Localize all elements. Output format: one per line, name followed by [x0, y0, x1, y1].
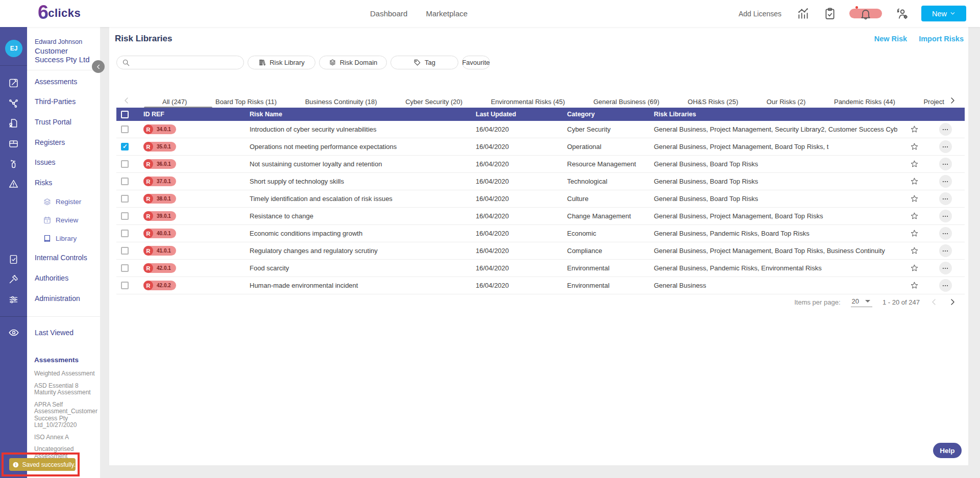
- last-viewed-entry[interactable]: APRA Self Assessment_Customer Success Pt…: [34, 401, 98, 429]
- tab[interactable]: Business Continuity (18): [305, 95, 377, 108]
- sidebar-item[interactable]: Third-Parties: [27, 92, 100, 112]
- tab[interactable]: Cyber Security (20): [405, 95, 462, 108]
- sidebar-item[interactable]: Authorities: [27, 268, 100, 288]
- search-input[interactable]: [133, 57, 240, 68]
- user-block[interactable]: Edward Johnson Customer Success Pty Ltd: [27, 27, 100, 64]
- rail-nav-icon[interactable]: [0, 231, 27, 249]
- rail-nav-icon[interactable]: [0, 134, 27, 154]
- sidebar-item[interactable]: Internal Controls: [27, 248, 100, 268]
- avatar[interactable]: EJ: [5, 40, 22, 57]
- risk-name-cell[interactable]: Human-made environmental incident: [250, 282, 476, 289]
- analytics-icon[interactable]: [796, 7, 810, 20]
- risk-name-cell[interactable]: Not sustaining customer loyalty and rete…: [250, 160, 476, 168]
- sidebar-item[interactable]: Register: [27, 193, 100, 211]
- last-viewed-entry[interactable]: Uncategorised Assessment: [34, 446, 98, 460]
- rail-nav-icon[interactable]: [0, 154, 27, 174]
- favourite-star-button[interactable]: [908, 175, 920, 188]
- last-viewed-eye-icon[interactable]: [0, 322, 27, 343]
- risk-name-cell[interactable]: Economic conditions impacting growth: [250, 230, 476, 237]
- sidebar-item[interactable]: Assessments: [27, 71, 100, 92]
- favourite-star-button[interactable]: [908, 210, 920, 222]
- rail-nav-icon[interactable]: [0, 213, 27, 231]
- tab[interactable]: Pandemic Risks (44): [834, 95, 895, 108]
- row-checkbox[interactable]: [121, 143, 129, 150]
- favourite-star-button[interactable]: [908, 193, 920, 205]
- sidebar-item[interactable]: Library: [27, 230, 100, 248]
- row-menu-button[interactable]: [939, 140, 952, 153]
- brand-logo[interactable]: 6 clicks: [38, 1, 81, 23]
- rail-nav-icon[interactable]: [0, 290, 27, 310]
- account-settings-icon[interactable]: [895, 7, 909, 20]
- row-checkbox[interactable]: [121, 195, 129, 203]
- select-all-checkbox[interactable]: [121, 111, 129, 118]
- row-menu-button[interactable]: [939, 227, 952, 240]
- last-viewed-entry[interactable]: ASD Essential 8 Maturity Assessment: [34, 383, 98, 396]
- page-action-link[interactable]: New Risk: [874, 35, 907, 43]
- risk-name-cell[interactable]: Resistance to change: [250, 212, 476, 220]
- row-menu-button[interactable]: [939, 192, 952, 205]
- last-viewed-entry[interactable]: Weighted Assessment: [34, 370, 98, 378]
- tab[interactable]: OH&S Risks (25): [688, 95, 738, 108]
- row-menu-button[interactable]: [939, 210, 952, 222]
- rail-nav-icon[interactable]: [0, 249, 27, 270]
- tab[interactable]: Board Top Risks (11): [215, 95, 277, 108]
- rail-nav-icon[interactable]: [0, 73, 27, 93]
- filter-chip[interactable]: Favourite: [462, 56, 490, 69]
- row-checkbox[interactable]: [121, 212, 129, 220]
- page-action-link[interactable]: Import Risks: [919, 35, 964, 43]
- filter-chip[interactable]: Risk Library: [248, 56, 315, 69]
- row-menu-button[interactable]: [939, 175, 952, 188]
- previous-page-button[interactable]: [930, 298, 938, 306]
- tab[interactable]: Project: [923, 95, 944, 108]
- tab[interactable]: Environmental Risks (45): [491, 95, 565, 108]
- rail-nav-icon[interactable]: [0, 194, 27, 213]
- next-page-button[interactable]: [948, 298, 957, 306]
- help-button[interactable]: Help: [933, 443, 962, 458]
- sidebar-item-last-viewed[interactable]: Last Viewed: [27, 322, 100, 343]
- tabs-prev-button[interactable]: [122, 96, 131, 105]
- rail-nav-icon[interactable]: [0, 174, 27, 194]
- favourite-star-button[interactable]: [908, 280, 920, 292]
- new-button[interactable]: New: [921, 6, 966, 21]
- notifications-icon[interactable]: [849, 9, 882, 18]
- sidebar-collapse-button[interactable]: [92, 60, 105, 73]
- items-per-page-select[interactable]: 20: [851, 297, 872, 307]
- favourite-star-button[interactable]: [908, 141, 920, 153]
- tab[interactable]: All (247): [162, 95, 187, 108]
- add-licenses-link[interactable]: Add Licenses: [739, 10, 781, 18]
- rail-nav-icon[interactable]: [0, 93, 27, 114]
- tab[interactable]: Our Risks (2): [767, 95, 806, 108]
- row-menu-button[interactable]: [939, 244, 952, 257]
- last-viewed-entry[interactable]: ISO Annex A: [34, 434, 98, 441]
- risk-name-cell[interactable]: Introduction of cyber security vulnerabi…: [250, 125, 476, 133]
- favourite-star-button[interactable]: [908, 158, 920, 170]
- risk-name-cell[interactable]: Operations not meeting performance expec…: [250, 143, 476, 150]
- row-menu-button[interactable]: [939, 158, 952, 170]
- filter-chip[interactable]: Tag: [390, 56, 458, 69]
- row-checkbox[interactable]: [121, 264, 129, 272]
- row-menu-button[interactable]: [939, 123, 952, 136]
- risk-name-cell[interactable]: Regulatory changes and regulatory scruti…: [250, 247, 476, 255]
- rail-nav-icon[interactable]: [0, 269, 27, 290]
- nav-link[interactable]: Dashboard: [370, 9, 407, 18]
- risk-name-cell[interactable]: Food scarcity: [250, 264, 476, 272]
- risk-name-cell[interactable]: Timely identification and escalation of …: [250, 195, 476, 203]
- sidebar-item[interactable]: Risks: [27, 172, 100, 193]
- row-checkbox[interactable]: [121, 230, 129, 237]
- favourite-star-button[interactable]: [908, 123, 920, 136]
- sidebar-item[interactable]: Review: [27, 211, 100, 230]
- rail-nav-icon[interactable]: [0, 113, 27, 134]
- favourite-star-button[interactable]: [908, 262, 920, 274]
- nav-link[interactable]: Marketplace: [426, 9, 468, 18]
- risk-name-cell[interactable]: Short supply of technology skills: [250, 178, 476, 185]
- row-menu-button[interactable]: [939, 262, 952, 274]
- row-menu-button[interactable]: [939, 279, 952, 292]
- tab[interactable]: General Business (69): [593, 95, 659, 108]
- row-checkbox[interactable]: [121, 178, 129, 185]
- row-checkbox[interactable]: [121, 125, 129, 133]
- sidebar-item[interactable]: Administration: [27, 288, 100, 309]
- row-checkbox[interactable]: [121, 247, 129, 255]
- tasks-icon[interactable]: [823, 7, 837, 20]
- favourite-star-button[interactable]: [908, 245, 920, 257]
- sidebar-item[interactable]: Issues: [27, 152, 100, 172]
